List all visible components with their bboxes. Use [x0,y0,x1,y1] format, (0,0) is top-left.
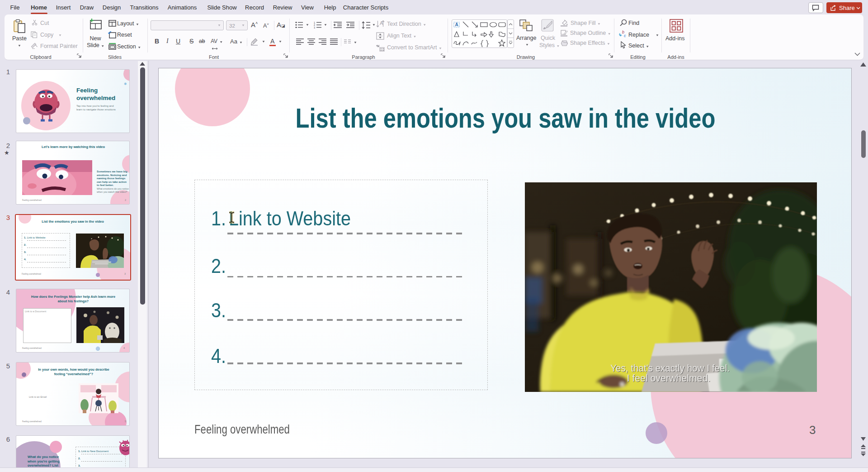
svg-text:3: 3 [314,26,315,29]
svg-text:A: A [455,22,458,27]
svg-text:Yes, that's exactly how I feel: Yes, that's exactly how I feel. [610,363,730,374]
svg-text:I feel overwhelmed.: I feel overwhelmed. [627,373,711,384]
svg-text:c: c [624,33,626,38]
